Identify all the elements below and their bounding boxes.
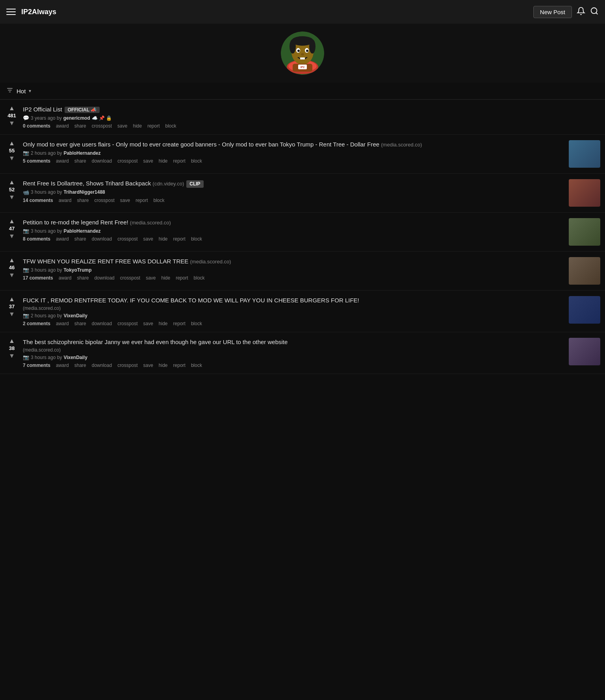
downvote-button[interactable]: ▼: [9, 120, 15, 126]
post-thumbnail[interactable]: [569, 257, 600, 285]
action-block[interactable]: block: [191, 158, 202, 164]
post-title[interactable]: The best schizophrenic bipolar Janny we …: [23, 338, 565, 346]
sort-current[interactable]: Hot: [17, 88, 26, 94]
action-crosspost[interactable]: crosspost: [117, 236, 137, 242]
action-award[interactable]: award: [56, 123, 69, 129]
action-crosspost[interactable]: crosspost: [94, 198, 114, 203]
downvote-button[interactable]: ▼: [9, 311, 15, 317]
action-award[interactable]: award: [56, 321, 69, 326]
action-save[interactable]: save: [143, 236, 153, 242]
action-share[interactable]: share: [74, 158, 86, 164]
action-block[interactable]: block: [154, 198, 165, 203]
action-comments[interactable]: 8 comments: [23, 236, 50, 242]
action-award[interactable]: award: [56, 363, 69, 368]
action-save[interactable]: save: [143, 363, 153, 368]
action-hide[interactable]: hide: [161, 275, 171, 281]
action-crosspost[interactable]: crosspost: [120, 275, 140, 281]
action-save[interactable]: save: [146, 275, 156, 281]
sort-dropdown-arrow[interactable]: ▾: [29, 88, 31, 94]
action-download[interactable]: download: [94, 275, 114, 281]
action-hide[interactable]: hide: [159, 236, 168, 242]
upvote-button[interactable]: ▲: [9, 257, 15, 263]
action-award[interactable]: award: [59, 275, 72, 281]
upvote-button[interactable]: ▲: [9, 338, 15, 344]
action-report[interactable]: report: [135, 198, 148, 203]
action-save[interactable]: save: [143, 158, 153, 164]
post-title[interactable]: FUCK IT , REMOD RENTFREE TODAY. IF YOU C…: [23, 296, 565, 304]
action-share[interactable]: share: [77, 198, 89, 203]
action-award[interactable]: award: [56, 236, 69, 242]
upvote-button[interactable]: ▲: [9, 140, 15, 146]
action-block[interactable]: block: [165, 123, 176, 129]
action-hide[interactable]: hide: [159, 363, 168, 368]
post-thumbnail[interactable]: [569, 218, 600, 246]
downvote-button[interactable]: ▼: [9, 155, 15, 161]
post-title[interactable]: Only mod to ever give users flairs - Onl…: [23, 140, 565, 148]
action-comments[interactable]: 5 comments: [23, 158, 50, 164]
action-award[interactable]: award: [56, 158, 69, 164]
downvote-button[interactable]: ▼: [9, 233, 15, 239]
action-download[interactable]: download: [92, 321, 112, 326]
post-title[interactable]: Rent Free Is Dollartree, Shows Trihard B…: [23, 179, 565, 188]
post-author[interactable]: VixenDaily: [63, 313, 87, 319]
action-hide[interactable]: hide: [159, 321, 168, 326]
action-hide[interactable]: hide: [133, 123, 142, 129]
post-thumbnail[interactable]: [569, 179, 600, 207]
action-block[interactable]: block: [191, 321, 202, 326]
action-report[interactable]: report: [173, 158, 186, 164]
downvote-button[interactable]: ▼: [9, 353, 15, 359]
new-post-button[interactable]: New Post: [533, 6, 572, 18]
action-report[interactable]: report: [173, 363, 186, 368]
action-block[interactable]: block: [194, 275, 205, 281]
action-award[interactable]: award: [59, 198, 72, 203]
action-report[interactable]: report: [173, 236, 186, 242]
action-crosspost[interactable]: crosspost: [117, 158, 137, 164]
action-comments[interactable]: 2 comments: [23, 321, 50, 326]
action-share[interactable]: share: [77, 275, 89, 281]
action-block[interactable]: block: [191, 363, 202, 368]
action-hide[interactable]: hide: [159, 158, 168, 164]
action-share[interactable]: share: [74, 236, 86, 242]
action-crosspost[interactable]: crosspost: [117, 321, 137, 326]
post-author[interactable]: PabloHernandez: [63, 228, 100, 234]
post-author[interactable]: VixenDaily: [63, 355, 87, 360]
search-button[interactable]: [590, 7, 599, 17]
post-title[interactable]: TFW WHEN YOU REALIZE RENT FREE WAS DOLLA…: [23, 257, 565, 265]
action-download[interactable]: download: [92, 363, 112, 368]
upvote-button[interactable]: ▲: [9, 179, 15, 185]
action-save[interactable]: save: [117, 123, 127, 129]
action-comments[interactable]: 14 comments: [23, 198, 53, 203]
post-author[interactable]: TrihardNigger1488: [63, 189, 105, 195]
post-author[interactable]: TokyoTrump: [63, 267, 91, 273]
action-report[interactable]: report: [173, 321, 186, 326]
action-comments[interactable]: 17 comments: [23, 275, 53, 281]
action-share[interactable]: share: [74, 123, 86, 129]
upvote-button[interactable]: ▲: [9, 218, 15, 224]
action-save[interactable]: save: [120, 198, 130, 203]
post-thumbnail[interactable]: [569, 338, 600, 365]
action-crosspost[interactable]: crosspost: [92, 123, 112, 129]
post-title[interactable]: Petition to re-mod the legend Rent Free!…: [23, 218, 565, 226]
post-author[interactable]: genericmod: [63, 115, 90, 121]
upvote-button[interactable]: ▲: [9, 296, 15, 302]
post-author[interactable]: PabloHernandez: [63, 150, 100, 156]
post-thumbnail[interactable]: [569, 296, 600, 324]
downvote-button[interactable]: ▼: [9, 272, 15, 278]
hamburger-menu[interactable]: [6, 9, 16, 15]
post-thumbnail[interactable]: [569, 140, 600, 168]
action-download[interactable]: download: [92, 158, 112, 164]
action-download[interactable]: download: [92, 236, 112, 242]
action-block[interactable]: block: [191, 236, 202, 242]
notifications-button[interactable]: [577, 7, 585, 17]
action-report[interactable]: report: [176, 275, 188, 281]
post-title[interactable]: IP2 Official ListOFFICIAL 📣: [23, 105, 600, 113]
action-share[interactable]: share: [74, 321, 86, 326]
action-share[interactable]: share: [74, 363, 86, 368]
action-report[interactable]: report: [147, 123, 160, 129]
upvote-button[interactable]: ▲: [9, 105, 15, 111]
action-crosspost[interactable]: crosspost: [117, 363, 137, 368]
action-comments[interactable]: 7 comments: [23, 363, 50, 368]
action-save[interactable]: save: [143, 321, 153, 326]
action-comments[interactable]: 0 comments: [23, 123, 50, 129]
downvote-button[interactable]: ▼: [9, 194, 15, 200]
